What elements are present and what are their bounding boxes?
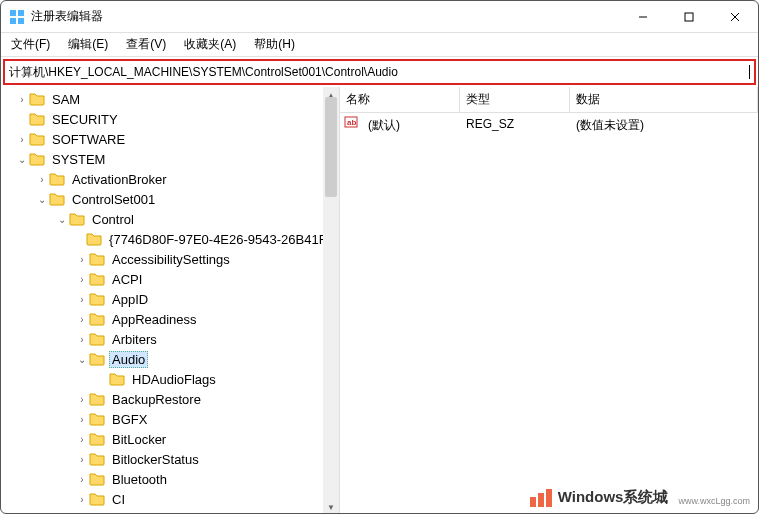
title-bar: 注册表编辑器 bbox=[1, 1, 758, 33]
watermark-brand: Windows系统城 bbox=[558, 488, 669, 507]
watermark-url: www.wxcLgg.com bbox=[678, 496, 750, 506]
folder-icon bbox=[89, 472, 105, 486]
list-row[interactable]: ab (默认) REG_SZ (数值未设置) bbox=[340, 113, 758, 138]
chevron-right-icon[interactable]: › bbox=[75, 334, 89, 345]
chevron-down-icon[interactable]: ⌄ bbox=[75, 354, 89, 365]
watermark: Windows系统城 www.wxcLgg.com bbox=[530, 488, 750, 507]
column-data[interactable]: 数据 bbox=[570, 87, 758, 112]
tree-node-controlset001[interactable]: ⌄ControlSet001 bbox=[1, 189, 339, 209]
window-buttons bbox=[620, 1, 758, 32]
tree-node-accessibility[interactable]: ›AccessibilitySettings bbox=[1, 249, 339, 269]
svg-rect-0 bbox=[10, 10, 16, 16]
chevron-right-icon[interactable]: › bbox=[75, 434, 89, 445]
list-header: 名称 类型 数据 bbox=[340, 87, 758, 113]
folder-icon bbox=[29, 92, 45, 106]
chevron-right-icon[interactable]: › bbox=[15, 94, 29, 105]
list-view[interactable]: 名称 类型 数据 ab (默认) REG_SZ (数值未设置) bbox=[340, 87, 758, 514]
chevron-right-icon[interactable]: › bbox=[75, 274, 89, 285]
tree-node-control[interactable]: ⌄Control bbox=[1, 209, 339, 229]
tree-node-hdaudioflags[interactable]: ›HDAudioFlags bbox=[1, 369, 339, 389]
menu-file[interactable]: 文件(F) bbox=[7, 34, 54, 55]
svg-text:ab: ab bbox=[347, 118, 356, 127]
content-area: ›SAM ›SECURITY ›SOFTWARE ⌄SYSTEM ›Activa… bbox=[1, 87, 758, 514]
cell-type: REG_SZ bbox=[460, 115, 570, 136]
address-text: 计算机\HKEY_LOCAL_MACHINE\SYSTEM\ControlSet… bbox=[9, 64, 749, 81]
folder-open-icon bbox=[69, 212, 85, 226]
tree-view[interactable]: ›SAM ›SECURITY ›SOFTWARE ⌄SYSTEM ›Activa… bbox=[1, 87, 339, 514]
folder-icon bbox=[89, 272, 105, 286]
folder-icon bbox=[89, 412, 105, 426]
chevron-right-icon[interactable]: › bbox=[35, 174, 49, 185]
string-value-icon: ab bbox=[344, 115, 358, 129]
tree-node-activationbroker[interactable]: ›ActivationBroker bbox=[1, 169, 339, 189]
folder-icon bbox=[29, 112, 45, 126]
tree-scrollbar[interactable]: ▲ ▼ bbox=[323, 87, 339, 514]
menu-bar: 文件(F) 编辑(E) 查看(V) 收藏夹(A) 帮助(H) bbox=[1, 33, 758, 57]
scroll-thumb[interactable] bbox=[325, 97, 337, 197]
app-icon bbox=[9, 9, 25, 25]
tree-node-audio[interactable]: ⌄Audio bbox=[1, 349, 339, 369]
folder-icon bbox=[89, 332, 105, 346]
tree-node-sam[interactable]: ›SAM bbox=[1, 89, 339, 109]
chevron-right-icon[interactable]: › bbox=[75, 294, 89, 305]
tree-node-appid[interactable]: ›AppID bbox=[1, 289, 339, 309]
window-title: 注册表编辑器 bbox=[31, 8, 620, 25]
maximize-button[interactable] bbox=[666, 1, 712, 32]
tree-node-ci[interactable]: ›CI bbox=[1, 489, 339, 509]
svg-rect-3 bbox=[18, 18, 24, 24]
folder-icon bbox=[89, 452, 105, 466]
chevron-right-icon[interactable]: › bbox=[75, 254, 89, 265]
folder-icon bbox=[89, 392, 105, 406]
folder-icon bbox=[29, 132, 45, 146]
tree-node-system[interactable]: ⌄SYSTEM bbox=[1, 149, 339, 169]
folder-icon bbox=[109, 372, 125, 386]
tree-node-bitlocker[interactable]: ›BitLocker bbox=[1, 429, 339, 449]
svg-rect-1 bbox=[18, 10, 24, 16]
folder-icon bbox=[89, 492, 105, 506]
menu-favorites[interactable]: 收藏夹(A) bbox=[180, 34, 240, 55]
text-cursor bbox=[749, 65, 750, 79]
svg-rect-5 bbox=[685, 13, 693, 21]
folder-icon bbox=[86, 232, 102, 246]
chevron-right-icon[interactable]: › bbox=[75, 454, 89, 465]
column-type[interactable]: 类型 bbox=[460, 87, 570, 112]
tree-node-bitlockerstatus[interactable]: ›BitlockerStatus bbox=[1, 449, 339, 469]
folder-icon bbox=[89, 292, 105, 306]
watermark-logo-icon bbox=[530, 489, 552, 507]
scroll-down-icon[interactable]: ▼ bbox=[323, 499, 339, 514]
chevron-right-icon[interactable]: › bbox=[75, 314, 89, 325]
tree-node-guid[interactable]: ›{7746D80F-97E0-4E26-9543-26B41FC bbox=[1, 229, 339, 249]
cell-name: (默认) bbox=[362, 115, 460, 136]
address-bar[interactable]: 计算机\HKEY_LOCAL_MACHINE\SYSTEM\ControlSet… bbox=[3, 59, 756, 85]
tree-node-appreadiness[interactable]: ›AppReadiness bbox=[1, 309, 339, 329]
chevron-right-icon[interactable]: › bbox=[75, 474, 89, 485]
tree-node-arbiters[interactable]: ›Arbiters bbox=[1, 329, 339, 349]
chevron-right-icon[interactable]: › bbox=[75, 414, 89, 425]
folder-icon bbox=[89, 432, 105, 446]
chevron-down-icon[interactable]: ⌄ bbox=[35, 194, 49, 205]
tree-node-bluetooth[interactable]: ›Bluetooth bbox=[1, 469, 339, 489]
folder-open-icon bbox=[29, 152, 45, 166]
svg-rect-2 bbox=[10, 18, 16, 24]
tree-node-bgfx[interactable]: ›BGFX bbox=[1, 409, 339, 429]
close-button[interactable] bbox=[712, 1, 758, 32]
chevron-down-icon[interactable]: ⌄ bbox=[15, 154, 29, 165]
menu-help[interactable]: 帮助(H) bbox=[250, 34, 299, 55]
minimize-button[interactable] bbox=[620, 1, 666, 32]
chevron-right-icon[interactable]: › bbox=[75, 394, 89, 405]
tree-node-acpi[interactable]: ›ACPI bbox=[1, 269, 339, 289]
column-name[interactable]: 名称 bbox=[340, 87, 460, 112]
folder-icon bbox=[89, 312, 105, 326]
chevron-right-icon[interactable]: › bbox=[15, 134, 29, 145]
folder-icon bbox=[89, 252, 105, 266]
chevron-down-icon[interactable]: ⌄ bbox=[55, 214, 69, 225]
menu-view[interactable]: 查看(V) bbox=[122, 34, 170, 55]
chevron-right-icon[interactable]: › bbox=[75, 494, 89, 505]
tree-node-security[interactable]: ›SECURITY bbox=[1, 109, 339, 129]
tree-node-backuprestore[interactable]: ›BackupRestore bbox=[1, 389, 339, 409]
menu-edit[interactable]: 编辑(E) bbox=[64, 34, 112, 55]
folder-open-icon bbox=[49, 192, 65, 206]
tree-node-software[interactable]: ›SOFTWARE bbox=[1, 129, 339, 149]
folder-icon bbox=[49, 172, 65, 186]
folder-open-icon bbox=[89, 352, 105, 366]
